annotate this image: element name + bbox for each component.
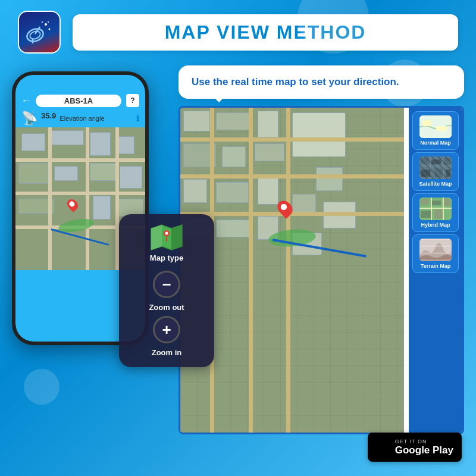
svg-marker-10 [171, 225, 182, 250]
google-play-badge[interactable]: ▶ GET IT ON Google Play [368, 433, 462, 462]
svg-rect-19 [431, 159, 441, 164]
svg-rect-32 [434, 209, 443, 218]
help-button[interactable]: ? [126, 94, 139, 107]
svg-rect-31 [421, 211, 431, 218]
svg-rect-22 [434, 168, 443, 177]
title-box: MAP VIEW METHOD [73, 14, 458, 51]
terrain-map-thumb [419, 239, 452, 261]
terrain-map-preview [419, 239, 452, 261]
page-title: MAP VIEW METHOD [94, 21, 437, 43]
app-icon-svg [24, 17, 54, 47]
zoom-out-button[interactable]: − [153, 271, 180, 298]
svg-rect-29 [431, 201, 441, 205]
satellite-map-label: Satellite Map [419, 181, 452, 187]
elevation-value: 35.9 [41, 111, 56, 120]
hybrid-map-preview [419, 198, 452, 220]
normal-map-item[interactable]: Normal Map [412, 111, 459, 150]
callout-box: Use the real time map to set your direct… [178, 65, 464, 99]
satellite-map-item[interactable]: Satellite Map [412, 152, 459, 191]
svg-rect-30 [443, 199, 450, 206]
app-icon-inner [19, 12, 60, 52]
phone-status-bar [15, 75, 145, 92]
svg-rect-33 [419, 239, 452, 261]
gplay-store-name: Google Play [395, 444, 453, 456]
hybrid-map-label: Hybrid Map [421, 222, 450, 228]
main-content: ← ABS-1A ? 📡 35.9 · · · Elevation angle … [0, 60, 476, 440]
svg-line-2 [35, 27, 40, 34]
hybrid-map-thumb [419, 198, 452, 220]
hybrid-map-item[interactable]: Hybrid Map [412, 193, 459, 232]
phone-nav-bar: ← ABS-1A ? [15, 92, 145, 109]
svg-point-6 [42, 21, 43, 23]
satellite-map-thumb [419, 156, 452, 179]
location-pin [65, 197, 80, 212]
info-icon: ℹ [136, 114, 139, 123]
phone-container: ← ABS-1A ? 📡 35.9 · · · Elevation angle … [12, 65, 167, 434]
satellite-map-preview [419, 156, 452, 179]
blue-direction-line [51, 228, 109, 246]
callout-text: Use the real time map to set your direct… [192, 76, 399, 87]
gplay-get-label: GET IT ON [395, 439, 453, 444]
terrain-map-label: Terrain Map [421, 263, 450, 269]
svg-point-4 [45, 23, 47, 26]
svg-rect-16 [436, 126, 447, 131]
normal-map-preview [419, 115, 452, 138]
svg-rect-15 [422, 120, 431, 126]
back-button[interactable]: ← [21, 95, 31, 106]
svg-rect-17 [419, 156, 452, 179]
popup-map-type-section: Map type [131, 224, 202, 265]
map-type-icon [150, 224, 183, 251]
normal-map-label: Normal Map [420, 140, 451, 146]
satellite-name-pill: ABS-1A [36, 95, 121, 107]
map-type-label: Map type [150, 253, 183, 262]
svg-point-13 [165, 232, 168, 235]
svg-point-7 [48, 21, 49, 23]
google-play-text: GET IT ON Google Play [395, 439, 453, 456]
svg-rect-28 [421, 199, 429, 205]
svg-rect-20 [443, 158, 450, 165]
svg-rect-18 [421, 158, 429, 164]
app-icon [18, 11, 61, 54]
normal-map-thumb [419, 115, 452, 138]
zoom-out-label: Zoom out [149, 303, 184, 312]
svg-rect-23 [446, 170, 450, 177]
terrain-map-item[interactable]: Terrain Map [412, 234, 459, 273]
satellite-map-panel: Normal Map [178, 106, 464, 434]
svg-marker-9 [151, 225, 162, 250]
satellite-icon: 📡 [21, 111, 37, 126]
map-type-sidebar: Normal Map [409, 108, 462, 433]
svg-rect-21 [421, 170, 431, 177]
popup-menu: Map type − Zoom out + Zoom in [119, 214, 214, 367]
google-play-icon: ▶ [376, 437, 389, 457]
right-side: Use the real time map to set your direct… [178, 65, 464, 434]
elevation-row: 📡 35.9 · · · Elevation angle ℹ [15, 109, 145, 127]
header: MAP VIEW METHOD [0, 0, 476, 60]
svg-point-5 [49, 29, 51, 30]
svg-rect-14 [419, 115, 452, 138]
svg-point-0 [25, 27, 45, 43]
zoom-in-label: Zoom in [152, 348, 182, 357]
elevation-label: Elevation angle [60, 115, 104, 122]
zoom-in-button[interactable]: + [153, 316, 180, 343]
